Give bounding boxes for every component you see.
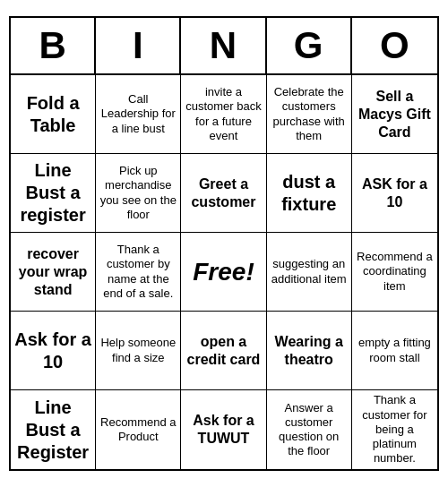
bingo-letter-g: G (267, 18, 352, 73)
bingo-header: BINGO (11, 18, 437, 75)
bingo-letter-i: I (96, 18, 181, 73)
bingo-cell-11: Thank a customer by name at the end of a… (96, 233, 181, 312)
bingo-cell-24: Thank a customer for being a platinum nu… (352, 390, 437, 469)
bingo-cell-0: Fold a Table (11, 75, 96, 154)
bingo-cell-10: recover your wrap stand (11, 233, 96, 312)
bingo-cell-18: Wearing a theatro (267, 312, 352, 390)
bingo-cell-8: dust a fixture (267, 154, 352, 233)
bingo-cell-13: suggesting an additional item (267, 233, 352, 312)
bingo-letter-n: N (181, 18, 266, 73)
bingo-cell-1: Call Leadership for a line bust (96, 75, 181, 154)
bingo-cell-19: empty a fitting room stall (352, 312, 437, 390)
bingo-cell-5: Line Bust a register (11, 154, 96, 233)
bingo-card: BINGO Fold a TableCall Leadership for a … (9, 16, 439, 471)
bingo-letter-b: B (11, 18, 96, 73)
bingo-cell-14: Recommend a coordinating item (352, 233, 437, 312)
bingo-grid: Fold a TableCall Leadership for a line b… (11, 75, 437, 469)
bingo-cell-2: invite a customer back for a future even… (181, 75, 266, 154)
bingo-cell-23: Answer a customer question on the floor (267, 390, 352, 469)
bingo-cell-4: Sell a Macys Gift Card (352, 75, 437, 154)
bingo-cell-16: Help someone find a size (96, 312, 181, 390)
bingo-cell-12: Free! (181, 233, 266, 312)
bingo-cell-3: Celebrate the customers purchase with th… (267, 75, 352, 154)
bingo-cell-6: Pick up merchandise you see on the floor (96, 154, 181, 233)
bingo-cell-20: Line Bust a Register (11, 390, 96, 469)
bingo-cell-15: Ask for a 10 (11, 312, 96, 390)
bingo-cell-21: Recommend a Product (96, 390, 181, 469)
bingo-cell-9: ASK for a 10 (352, 154, 437, 233)
bingo-cell-17: open a credit card (181, 312, 266, 390)
bingo-cell-7: Greet a customer (181, 154, 266, 233)
bingo-cell-22: Ask for a TUWUT (181, 390, 266, 469)
bingo-letter-o: O (352, 18, 437, 73)
